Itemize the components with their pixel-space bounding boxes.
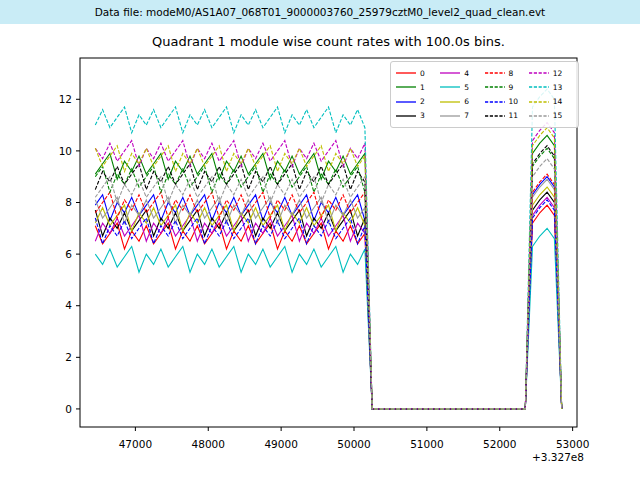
y-tick-label: 8 [65,196,72,208]
x-tick-label: 49000 [264,438,297,450]
legend-line-sample [440,71,460,75]
legend-entry-label: 7 [464,111,469,120]
legend-line-sample [485,85,505,89]
y-tick-label: 12 [59,93,72,105]
legend-entry-label: 2 [420,97,425,106]
legend-line-sample [396,85,416,89]
legend-line-sample [440,100,460,104]
legend-line-sample [396,71,416,75]
legend-entry-14: 14 [529,95,573,109]
legend-line-sample [529,85,549,89]
legend-line-sample [440,85,460,89]
legend-line-sample [396,100,416,104]
y-tick-label: 6 [65,248,72,260]
legend-line-sample [396,114,416,118]
x-tick-label: 48000 [192,438,225,450]
y-tick-label: 0 [65,403,72,415]
legend-entry-2: 2 [396,95,440,109]
legend-entry-15: 15 [529,109,573,123]
series-line-1 [95,135,561,409]
legend-entry-label: 14 [553,97,563,106]
legend-entry-label: 15 [553,111,563,120]
legend-entry-label: 11 [509,111,519,120]
series-line-4 [95,197,561,409]
legend-line-sample [485,71,505,75]
y-tick-label: 2 [65,351,72,363]
legend-entry-0: 0 [396,66,440,80]
legend-entry-12: 12 [529,66,573,80]
legend-entry-label: 4 [464,69,469,78]
legend-line-sample [485,100,505,104]
legend-entry-label: 5 [464,83,469,92]
series-line-11 [95,146,561,409]
legend-entry-label: 1 [420,83,425,92]
legend-entry-label: 0 [420,69,425,78]
legend-line-sample [529,114,549,118]
legend-entry-label: 12 [553,69,563,78]
y-tick-label: 4 [65,299,72,311]
series-line-12 [95,123,561,409]
x-tick-label: 51000 [410,438,443,450]
y-tick-label: 10 [59,145,72,157]
legend-entry-13: 13 [529,80,573,94]
series-line-9 [95,148,561,409]
legend-line-sample [529,71,549,75]
x-tick-label: 52000 [483,438,516,450]
legend-line-sample [440,114,460,118]
legend-entry-10: 10 [485,95,529,109]
legend-line-sample [529,100,549,104]
legend-entry-9: 9 [485,80,529,94]
legend-entry-label: 10 [509,97,519,106]
legend-entry-8: 8 [485,66,529,80]
legend-entry-11: 11 [485,109,529,123]
figure: Data file: modeM0/AS1A07_068T01_90000037… [0,0,640,480]
legend-entry-4: 4 [440,66,484,80]
x-tick-label: 53000 [556,438,589,450]
legend-entry-label: 3 [420,111,425,120]
legend-entry-label: 6 [464,97,469,106]
legend-entry-6: 6 [440,95,484,109]
legend-entry-5: 5 [440,80,484,94]
x-tick-label: 47000 [119,438,152,450]
legend: 0123456789101112131415 [390,61,579,128]
legend-entry-label: 8 [509,69,514,78]
x-tick-label: 50000 [337,438,370,450]
legend-entry-label: 9 [509,83,514,92]
series-line-5 [95,228,561,409]
series-line-15 [95,159,561,409]
legend-entry-1: 1 [396,80,440,94]
legend-entry-3: 3 [396,109,440,123]
legend-entry-7: 7 [440,109,484,123]
x-axis-offset: +3.327e8 [532,451,584,463]
legend-entry-label: 13 [553,83,563,92]
series-line-10 [95,200,561,409]
legend-line-sample [485,114,505,118]
